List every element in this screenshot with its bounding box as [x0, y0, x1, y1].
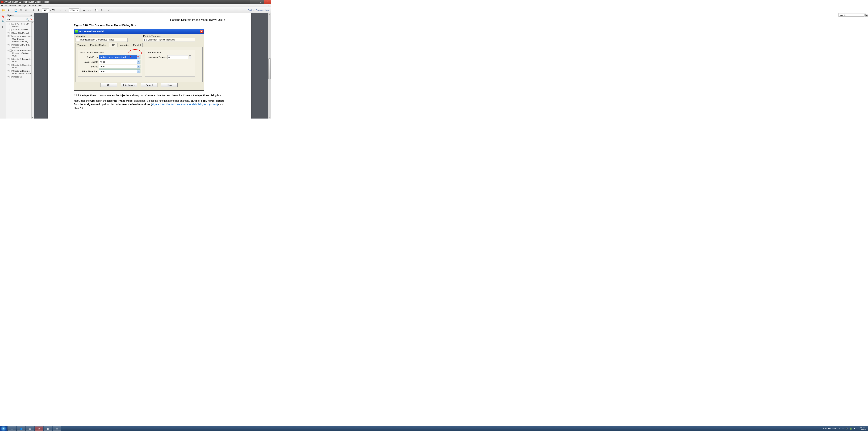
bookmarks-rail-icon[interactable]: 🔖	[1, 15, 5, 18]
page-icon	[9, 23, 12, 25]
tab-parallel[interactable]: Parallel	[131, 43, 143, 47]
spinner-up-button[interactable]: ▲	[189, 55, 191, 57]
tab-udf[interactable]: UDF	[109, 43, 117, 47]
help-button[interactable]: Help	[161, 83, 178, 87]
user-variables-label: User Variables	[147, 51, 193, 54]
bookmarks-toolbar: ⚙▾ 🔍 🔖	[6, 18, 34, 22]
chevron-down-icon: ▼	[137, 69, 140, 73]
email-icon[interactable]: ✉	[24, 8, 28, 12]
dialog-tabs: Tracking Physical Models UDF Numerics Pa…	[75, 43, 203, 47]
unsteady-tracking-checkbox[interactable]: Unsteady Particle Tracking	[143, 38, 195, 42]
bookmark-item[interactable]: Table of Contents	[7, 28, 33, 31]
page-separator: /	[50, 9, 51, 11]
print-icon[interactable]: 🖶	[19, 8, 23, 12]
new-bookmark-icon[interactable]: 🔖	[30, 18, 33, 21]
tab-physical-models[interactable]: Physical Models	[88, 43, 108, 47]
toolbar-separator	[57, 8, 57, 12]
menu-edit[interactable]: Edition	[9, 4, 16, 7]
page-down-icon[interactable]: ⬇	[36, 8, 41, 12]
bookmark-item[interactable]: ⊞Chapter 2: DEFINE Macros	[7, 43, 33, 49]
ok-button[interactable]: OK	[100, 83, 117, 87]
dialog-close-button[interactable]: ✕	[199, 30, 204, 33]
nav-rail: 🔖 📎 ◧	[0, 13, 6, 118]
fit-page-icon[interactable]: ▭	[87, 8, 92, 12]
zoom-out-icon[interactable]: −	[58, 8, 62, 12]
number-of-scalars-label: Number of Scalars	[147, 56, 167, 59]
bookmark-item[interactable]: ANSYS Fluent UDF Manual	[7, 22, 33, 28]
page-up-icon[interactable]: ⬆	[31, 8, 35, 12]
source-label: Source	[80, 65, 99, 68]
figure-caption: Figure 6.78: The Discrete Phase Model Di…	[74, 24, 225, 27]
menu-view[interactable]: Affichage	[18, 4, 27, 7]
dialog-titlebar: Discrete Phase Model ✕	[74, 29, 204, 34]
source-dropdown[interactable]: none ▼	[99, 65, 141, 68]
cancel-button[interactable]: Cancel	[141, 83, 157, 87]
bookmark-item[interactable]: ⊞Chapter 5: Compiling UDFs	[7, 63, 33, 69]
dpm-time-step-dropdown[interactable]: none ▼	[99, 69, 141, 73]
bookmark-item[interactable]: ⊞Using This Manual	[7, 31, 33, 35]
interaction-checkbox[interactable]: Interaction with Continuous Phase	[75, 38, 128, 42]
toolbar-separator	[12, 8, 12, 12]
dpm-time-step-label: DPM Time Step	[80, 70, 99, 73]
bookmark-item[interactable]: ⊞Chapter 1: Overview of User-Defined Fun…	[7, 35, 33, 43]
toolbar-separator	[105, 8, 105, 12]
layers-rail-icon[interactable]: ◧	[1, 25, 5, 29]
fluent-icon	[75, 30, 78, 33]
export-pdf-icon[interactable]: 🗎	[7, 8, 11, 12]
page-icon	[9, 44, 12, 46]
scalar-update-dropdown[interactable]: none ▼	[99, 60, 141, 64]
checkbox-icon	[145, 38, 147, 41]
injections-button[interactable]: Injections...	[121, 83, 137, 87]
collapse-panel-icon[interactable]: ◀▏	[30, 15, 33, 16]
window-maximize-button[interactable]: ❐	[257, 0, 264, 4]
fit-width-icon[interactable]: ⬌	[82, 8, 86, 12]
tab-numerics[interactable]: Numerics	[118, 43, 131, 47]
save-icon[interactable]: 💾	[14, 8, 18, 12]
menu-help[interactable]: Aide	[38, 4, 42, 7]
tools-panel-button[interactable]: Outils	[248, 9, 253, 11]
page-total: 592	[52, 9, 55, 11]
menu-window[interactable]: Fenêtre	[29, 4, 36, 7]
scrollbar-thumb[interactable]	[268, 58, 271, 79]
page-icon	[9, 76, 12, 78]
body-force-label: Body Force	[80, 56, 99, 59]
menu-file[interactable]: Fichier	[1, 4, 7, 7]
scalar-update-label: Scalar Update	[80, 61, 99, 63]
page-number-input[interactable]	[42, 8, 49, 12]
zoom-in-icon[interactable]: +	[64, 8, 68, 12]
read-mode-icon[interactable]: ⤢	[107, 8, 111, 12]
bookmarks-panel: Signets ◀▏ ⚙▾ 🔍 🔖 ANSYS Fluent UDF Manua…	[6, 13, 34, 118]
page-icon	[9, 50, 12, 52]
body-paragraph: Click the Injections... button to open t…	[74, 94, 225, 97]
options-icon[interactable]: ⚙▾	[7, 18, 10, 21]
viewer-scrollbar[interactable]	[268, 13, 271, 118]
bookmark-item[interactable]: ⊞Chapter 7:	[7, 75, 33, 79]
spinner-down-button[interactable]: ▼	[189, 57, 191, 59]
document-viewer[interactable]: Hooking Discrete Phase Model (DPM) UDFs …	[34, 13, 271, 118]
find-bookmark-icon[interactable]: 🔍	[26, 18, 29, 21]
toolbar: 📂 🗎 💾 🖶 ✉ ⬆ ⬇ / 592 − + 125% ▼ ⬌ ▭ 💬 ✎ ⤢…	[0, 7, 271, 13]
open-icon[interactable]: 📂	[1, 8, 5, 12]
highlight-icon[interactable]: ✎	[100, 8, 104, 12]
document-close-button[interactable]: ×	[268, 4, 271, 7]
bookmark-item[interactable]: ⊞Chapter 3: Additional Macros for Writin…	[7, 49, 33, 58]
window-minimize-button[interactable]: —	[250, 0, 257, 4]
bookmark-item[interactable]: ⊞Chapter 6: Hooking UDFs to ANSYS Fluent	[7, 69, 33, 75]
bookmarks-scrollbar[interactable]	[31, 22, 34, 118]
tab-tracking[interactable]: Tracking	[75, 43, 88, 47]
section-heading: Hooking Discrete Phase Model (DPM) UDFs	[74, 19, 225, 23]
comment-panel-button[interactable]: Commentaire	[256, 9, 270, 11]
toolbar-separator	[30, 8, 30, 12]
figure-crossref-link[interactable]: Figure 6.78: The Discrete Phase Model Di…	[152, 103, 218, 106]
zoom-select[interactable]: 125% ▼	[69, 8, 79, 12]
attachments-rail-icon[interactable]: 📎	[1, 20, 5, 23]
bookmarks-tree[interactable]: ANSYS Fluent UDF Manual Table of Content…	[6, 22, 34, 118]
comment-bubble-icon[interactable]: 💬	[94, 8, 99, 12]
window-close-button[interactable]: ✕	[264, 0, 271, 4]
pdf-page: Hooking Discrete Phase Model (DPM) UDFs …	[48, 13, 251, 118]
number-of-scalars-input[interactable]	[167, 55, 188, 59]
window-title: ANSYS Fluent UDF Manual.pdf - Adobe Read…	[4, 1, 250, 3]
bookmark-item[interactable]: ⊞Chapter 4: Interpreting UDFs	[7, 58, 33, 63]
dialog-title: Discrete Phase Model	[79, 30, 104, 33]
particle-treatment-group-label: Particle Treatment	[143, 35, 195, 37]
